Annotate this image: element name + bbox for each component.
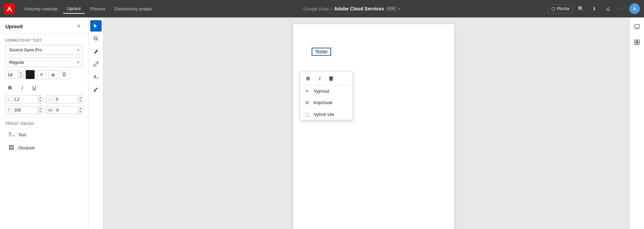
char-spacing-control[interactable]: ↔ 0 ▲ ▼ [46,95,83,103]
line-spacing-value: 1.2 [12,96,38,103]
scale-icon: T [6,107,12,113]
line-spacing-arrows: ▲ ▼ [38,96,43,103]
cut-icon: ✂ [304,88,310,94]
svg-rect-11 [635,40,637,42]
context-menu-toolbar: B I [300,72,353,85]
copy-icon: ⧉ [304,100,310,105]
bold-button[interactable]: B [5,83,15,92]
ctx-copy-label: Kopírovat [314,100,332,105]
nav-item-all-tools[interactable]: Všechny nástroje [20,4,62,13]
ctx-select-all-item[interactable]: ⬚ Vybrat vše [300,108,353,120]
print-button[interactable]: 🖨 [602,3,613,14]
font-style-dropdown[interactable]: Regular ▾ [5,57,83,67]
font-size-down-arrow[interactable]: ▼ [18,75,23,78]
color-swatch[interactable] [25,70,35,79]
char-spacing-value: 0 [54,96,78,103]
add-section-label: PŘIDAT OBSAH [0,117,88,128]
font-size-up-arrow[interactable]: ▲ [18,71,23,75]
ctx-cut-item[interactable]: ✂ Vyjmout [300,85,353,97]
document-title: Adobe Cloud Services [334,6,384,11]
zoom-tool-button[interactable] [90,33,102,44]
download-button[interactable]: ⬇ [589,3,600,14]
svg-rect-12 [637,40,639,42]
select-all-icon: ⬚ [304,111,310,117]
comments-icon-button[interactable] [631,21,643,33]
baseline-icon: VA [46,107,55,113]
svg-line-4 [97,40,98,41]
line-spacing-down[interactable]: ▼ [38,99,43,103]
panel-close-button[interactable]: × [75,22,83,30]
line-spacing-control[interactable]: ↕ 1.2 ▲ ▼ [5,95,43,103]
add-image-icon: 🖼 [8,145,15,151]
title-dropdown-icon[interactable]: ▾ [399,7,400,11]
add-text-item[interactable]: T₊ Text [3,128,86,141]
scale-control[interactable]: T 100 ▲ ▼ [5,106,43,114]
topbar-center: Google Drive / Adobe Cloud Services PDF … [156,6,548,11]
format-section-label: FORMÁTOVAT TEXT [0,34,88,45]
search-button[interactable]: 🔍 [576,3,586,14]
add-image-item[interactable]: 🖼 Obrázek [3,141,86,154]
char-spacing-up[interactable]: ▲ [78,96,83,99]
nav-item-edit[interactable]: Upravit [63,4,85,14]
ctx-bold-button[interactable]: B [303,74,314,83]
ctx-cut-label: Vyjmout [314,89,329,94]
svg-rect-14 [637,43,639,45]
align-button[interactable]: ☰ [60,70,69,79]
topbar: Všechny nástroje Upravit Převést Elektro… [0,0,644,17]
plocha-label: Plocha [557,6,569,11]
text-add-tool-button[interactable]: A+ [90,71,102,83]
link-tool-button[interactable] [90,58,102,70]
font-style-arrow-icon: ▾ [77,60,79,64]
more-button[interactable]: ··· [616,3,627,14]
main-layout: Upravit × FORMÁTOVAT TEXT Source Sans Pr… [0,17,644,229]
underline-button[interactable]: U [30,83,39,92]
scale-arrows: ▲ ▼ [38,107,43,114]
pages-grid-icon-button[interactable] [631,36,643,48]
adobe-logo[interactable] [4,3,15,14]
right-side-panel [629,17,644,229]
baseline-up[interactable]: ▲ [78,107,83,110]
panel-title: Upravit [5,24,23,29]
font-family-dropdown[interactable]: Source Sans Pro ▾ [5,45,83,55]
scale-baseline-row: T 100 ▲ ▼ VA 0 ▲ ▼ [0,106,88,114]
unordered-list-button[interactable]: ≡ [37,70,46,79]
italic-button[interactable]: I [17,83,27,92]
scale-up[interactable]: ▲ [38,107,43,110]
font-family-value: Source Sans Pro [9,47,42,52]
context-menu: B I ✂ Vyjmout ⧉ Kopírovat [300,71,353,120]
vertical-toolbar: A+ [89,17,103,229]
add-image-label: Obrázek [18,145,35,150]
eraser-tool-button[interactable] [90,84,102,95]
font-size-control[interactable]: ▲ ▼ [5,71,23,79]
ctx-copy-item[interactable]: ⧉ Kopírovat [300,97,353,108]
nav-item-sign[interactable]: Elektronický podpis [110,4,156,13]
ctx-italic-button[interactable]: I [314,74,325,83]
user-avatar[interactable]: A [629,3,640,14]
plocha-icon: ⬡ [551,6,555,11]
baseline-down[interactable]: ▼ [78,110,83,113]
char-spacing-arrows: ▲ ▼ [78,96,83,103]
ctx-delete-button[interactable] [326,74,336,83]
line-spacing-up[interactable]: ▲ [38,96,43,99]
breadcrumb-separator: / [331,6,332,11]
text-box[interactable]: Tester [312,48,331,56]
left-panel: Upravit × FORMÁTOVAT TEXT Source Sans Pr… [0,17,89,229]
font-style-value: Regular [9,60,24,65]
add-text-icon: T₊ [8,132,15,138]
select-tool-button[interactable] [90,20,102,32]
font-size-input[interactable] [6,71,18,79]
pencil-tool-button[interactable] [90,46,102,57]
char-spacing-down[interactable]: ▼ [78,99,83,103]
style-controls: B I U [0,83,88,92]
ordered-list-button[interactable]: ≣ [48,70,58,79]
breadcrumb: Google Drive [304,6,329,11]
plocha-button[interactable]: ⬡ Plocha [548,4,573,13]
nav-item-convert[interactable]: Převést [86,4,109,13]
baseline-control[interactable]: VA 0 ▲ ▼ [46,106,83,114]
baseline-arrows: ▲ ▼ [78,107,83,114]
line-spacing-row: ↕ 1.2 ▲ ▼ ↔ 0 ▲ ▼ [0,95,88,103]
scale-down[interactable]: ▼ [38,110,43,113]
font-family-arrow-icon: ▾ [77,48,79,52]
scale-value: 100 [12,106,38,114]
add-text-label: Text [18,132,26,137]
